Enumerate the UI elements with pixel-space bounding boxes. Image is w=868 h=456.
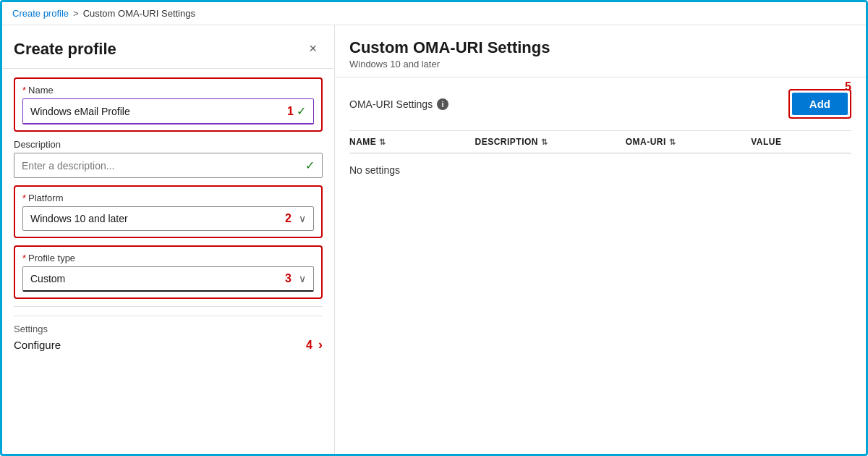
close-button[interactable]: × [303,38,323,59]
platform-field-group: *Platform Windows 10 and later 2 ∨ [22,193,314,231]
no-settings-message: No settings [349,164,400,176]
sort-description-icon[interactable]: ⇅ [541,138,548,147]
platform-chevron-icon: ∨ [299,213,306,224]
required-star-name: * [22,85,26,96]
name-input-wrapper[interactable]: 1 ✓ [22,98,314,124]
configure-row[interactable]: Configure 4 › [14,337,323,352]
breadcrumb-link[interactable]: Create profile [12,8,69,19]
main-layout: Create profile × *Name 1 ✓ [2,25,866,455]
profile-type-value: Custom [30,273,281,284]
right-panel-header: Custom OMA-URI Settings Windows 10 and l… [335,25,866,77]
table-body: No settings [349,153,851,187]
required-star-platform: * [22,193,26,203]
left-panel-title: Create profile [14,40,116,59]
name-field-group: *Name 1 ✓ [22,85,314,124]
breadcrumb: Create profile > Custom OMA-URI Settings [2,2,866,25]
description-input[interactable] [22,160,297,172]
configure-text: Configure [14,339,61,351]
oma-table: NAME ⇅ DESCRIPTION ⇅ OMA-URI ⇅ VALUE [349,130,851,187]
add-button-wrapper: 5 Add [788,89,851,119]
profile-type-field-section: *Profile type Custom 3 ∨ [14,245,323,299]
oma-header-row: OMA-URI Settings i 5 Add [349,89,851,119]
add-badge: 5 [845,80,851,93]
right-panel-subtitle: Windows 10 and later [349,59,851,69]
name-input[interactable] [30,106,287,117]
name-label: *Name [22,85,314,96]
profile-type-field-group: *Profile type Custom 3 ∨ [22,253,314,292]
required-star-profile: * [22,253,26,263]
platform-badge: 2 [285,212,292,225]
platform-dropdown-row[interactable]: Windows 10 and later 2 ∨ [22,206,314,231]
add-button[interactable]: Add [792,93,848,115]
col-oma-uri: OMA-URI ⇅ [626,137,752,147]
sort-oma-uri-icon[interactable]: ⇅ [669,138,676,147]
oma-label-text: OMA-URI Settings [349,98,433,110]
breadcrumb-separator: > [73,8,79,19]
settings-row: Settings [14,316,323,337]
left-panel-content: *Name 1 ✓ Description ✓ [2,69,334,361]
platform-field-section: *Platform Windows 10 and later 2 ∨ [14,185,323,238]
description-input-wrapper[interactable]: ✓ [14,153,323,178]
left-panel: Create profile × *Name 1 ✓ [2,25,335,455]
sort-name-icon[interactable]: ⇅ [379,138,386,147]
settings-section: Settings Configure 4 › [14,306,323,352]
info-icon[interactable]: i [437,98,448,110]
description-label: Description [14,139,323,150]
name-field-section: *Name 1 ✓ [14,77,323,132]
table-header: NAME ⇅ DESCRIPTION ⇅ OMA-URI ⇅ VALUE [349,131,851,153]
platform-label: *Platform [22,193,314,203]
name-badge: 1 [287,105,294,118]
col-value: VALUE [751,137,851,147]
oma-label: OMA-URI Settings i [349,98,448,110]
platform-value: Windows 10 and later [30,213,281,224]
description-field-group: Description ✓ [14,139,323,178]
left-panel-header: Create profile × [2,25,334,69]
right-panel: Custom OMA-URI Settings Windows 10 and l… [335,25,866,455]
right-panel-title: Custom OMA-URI Settings [349,38,851,57]
profile-type-badge: 3 [285,272,292,285]
settings-label: Settings [14,324,48,334]
profile-type-label: *Profile type [22,253,314,263]
settings-badge: 4 [306,339,312,352]
description-check-icon: ✓ [305,159,315,172]
profile-type-chevron-icon: ∨ [299,273,306,284]
col-name: NAME ⇅ [349,137,475,147]
breadcrumb-current: Custom OMA-URI Settings [83,8,195,19]
configure-chevron-icon: › [318,337,323,352]
profile-type-dropdown-row[interactable]: Custom 3 ∨ [22,266,314,292]
name-check-icon: ✓ [297,104,306,118]
col-description: DESCRIPTION ⇅ [475,137,626,147]
oma-section: OMA-URI Settings i 5 Add NAME ⇅ DESCRIPT… [335,77,866,455]
